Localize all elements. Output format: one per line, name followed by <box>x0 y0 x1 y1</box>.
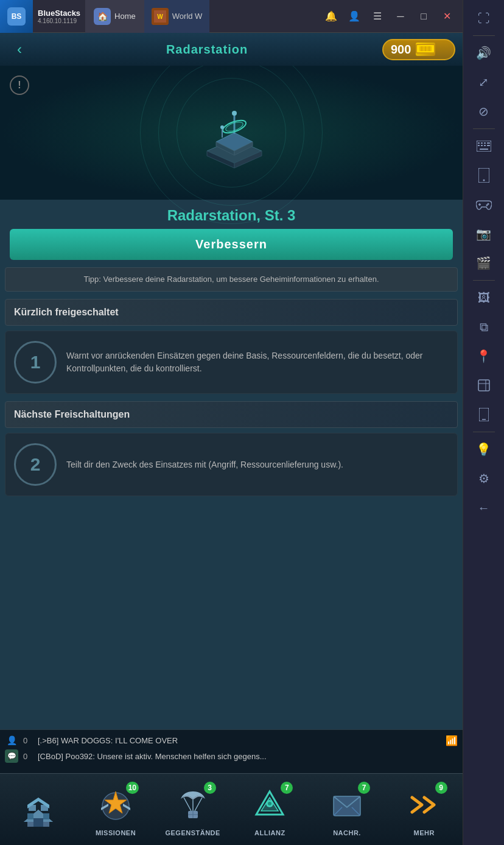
building-nav-icon <box>19 791 58 828</box>
content-panel: ! <box>0 66 463 773</box>
minimize-button[interactable]: ─ <box>390 5 411 27</box>
sidebar-divider-3 <box>473 280 495 281</box>
chat-message-1: [.>B6] WAR DOGGS: I'LL COME OVER <box>38 736 441 745</box>
menu-icon[interactable]: ☰ <box>366 5 388 27</box>
tab-game[interactable]: W World W <box>144 0 210 33</box>
svg-rect-6 <box>484 142 486 144</box>
svg-rect-4 <box>478 142 480 144</box>
nav-alliance-wrap: 7 <box>248 783 292 827</box>
game-topbar: ‹ Radarstation 900 <box>0 33 463 66</box>
svg-line-52 <box>184 798 191 811</box>
svg-rect-19 <box>478 380 489 391</box>
copy-button[interactable]: ⧉ <box>471 314 497 340</box>
title-bar: BS BlueStacks 4.160.10.1119 🏠 Home W Wor… <box>0 0 463 33</box>
topbar-title: Radarstation <box>32 43 382 57</box>
building-image <box>195 102 268 163</box>
svg-line-54 <box>195 798 202 811</box>
svg-point-14 <box>483 180 485 181</box>
sidebar-divider-1 <box>473 35 495 36</box>
notification-icon[interactable]: 🔔 <box>320 5 342 27</box>
keyboard-button[interactable] <box>471 133 497 160</box>
feature-item-2: 2 Teilt dir den Zweck des Einsatzes mit … <box>5 433 458 496</box>
messages-badge: 7 <box>358 782 370 794</box>
svg-point-61 <box>268 802 271 805</box>
building-svg <box>195 102 274 169</box>
feature-number-2: 2 <box>14 443 57 486</box>
person-icon: 👤 <box>5 734 18 747</box>
bluestacks-title: BlueStacks 4.160.10.1119 <box>33 6 85 27</box>
svg-point-37 <box>232 111 237 116</box>
nav-item-messages[interactable]: 7 NACHR. <box>309 783 386 836</box>
tab-home[interactable]: 🏠 Home <box>85 0 144 33</box>
more-label: MEHR <box>414 829 435 836</box>
status-row-1: 👤 0 [.>B6] WAR DOGGS: I'LL COME OVER 📶 <box>5 734 458 747</box>
light-button[interactable]: 💡 <box>471 436 497 463</box>
more-badge: 9 <box>435 782 447 794</box>
nav-item-missions[interactable]: 10 MISSIONEN <box>77 783 155 836</box>
nav-item-items[interactable]: 3 GEGENSTÄNDE <box>154 783 231 836</box>
bluestacks-logo: BS <box>0 0 33 33</box>
svg-rect-8 <box>478 145 480 146</box>
sidebar-divider-2 <box>473 128 495 129</box>
controller-button[interactable] <box>471 191 497 218</box>
section-unlocked-header: Kürzlich freigeschaltet <box>5 299 458 326</box>
nav-items-wrap: 3 <box>171 783 215 827</box>
sidebar-divider-4 <box>473 432 495 432</box>
feature-item-1: 1 Warnt vor anrückenden Einsätzen gegen … <box>5 331 458 394</box>
resize-button[interactable]: ⤢ <box>471 69 497 96</box>
user-icon[interactable]: 👤 <box>343 5 365 27</box>
gold-badge: 900 <box>382 39 455 60</box>
block-button[interactable]: ⊘ <box>471 98 497 125</box>
svg-rect-11 <box>487 145 490 146</box>
gallery-button[interactable]: 🖼 <box>471 284 497 311</box>
window-controls: 🔔 👤 ☰ ─ □ ✕ <box>320 5 463 27</box>
bottom-status-bar: 👤 0 [.>B6] WAR DOGGS: I'LL COME OVER 📶 💬… <box>0 729 463 773</box>
tablet-button[interactable] <box>471 162 497 189</box>
messages-label: NACHR. <box>333 829 361 836</box>
svg-rect-12 <box>480 149 488 150</box>
bottom-nav: 10 MISSIONEN 3 <box>0 773 463 845</box>
fullscreen-button[interactable]: ⛶ <box>471 5 497 32</box>
home-icon: 🏠 <box>94 8 111 25</box>
items-label: GEGENSTÄNDE <box>165 829 220 836</box>
upgrade-button[interactable]: Verbessern <box>10 229 453 260</box>
nav-item-more[interactable]: 9 MEHR <box>385 783 463 836</box>
nav-more-wrap: 9 <box>402 783 446 827</box>
camera-button[interactable]: 📷 <box>471 220 497 247</box>
back-sidebar-button[interactable]: ← <box>471 494 497 521</box>
svg-point-41 <box>220 125 224 129</box>
svg-rect-44 <box>33 818 43 827</box>
svg-rect-9 <box>481 145 483 146</box>
info-icon[interactable]: ! <box>10 75 29 95</box>
status-count-2: 0 <box>23 752 33 761</box>
chat-icon: 💬 <box>5 749 18 763</box>
gold-icon <box>416 43 435 56</box>
app-version: 4.160.10.1119 <box>38 18 80 24</box>
close-button[interactable]: ✕ <box>436 5 458 27</box>
gold-amount: 900 <box>391 43 411 57</box>
nav-building-wrap <box>16 788 60 832</box>
sound-button[interactable]: 🔊 <box>471 40 497 66</box>
status-count-1: 0 <box>23 736 33 745</box>
phone-button[interactable] <box>471 401 497 428</box>
layers-button[interactable] <box>471 372 497 399</box>
alliance-label: ALLIANZ <box>254 829 285 836</box>
nav-item-building[interactable] <box>0 788 77 832</box>
feature-text-2: Teilt dir den Zweck des Einsatzes mit (A… <box>66 458 449 471</box>
missions-badge: 10 <box>126 782 139 794</box>
video-button[interactable]: 🎬 <box>471 250 497 276</box>
svg-rect-46 <box>43 813 49 819</box>
items-badge: 3 <box>204 782 216 794</box>
right-sidebar: ⛶ 🔊 ⤢ ⊘ 📷 🎬 <box>463 0 504 845</box>
chat-message-2: [CBoD] Poo392: Unsere ist aktiv. Mensche… <box>38 752 458 761</box>
nav-item-alliance[interactable]: 7 ALLIANZ <box>231 783 309 836</box>
maximize-button[interactable]: □ <box>413 5 435 27</box>
settings-button[interactable]: ⚙ <box>471 465 497 492</box>
back-button[interactable]: ‹ <box>7 37 32 61</box>
location-button[interactable]: 📍 <box>471 343 497 370</box>
svg-text:W: W <box>157 13 163 20</box>
app-name: BlueStacks <box>38 9 80 18</box>
svg-rect-45 <box>27 813 33 819</box>
status-row-2: 💬 0 [CBoD] Poo392: Unsere ist aktiv. Men… <box>5 749 458 763</box>
missions-label: MISSIONEN <box>96 829 136 836</box>
